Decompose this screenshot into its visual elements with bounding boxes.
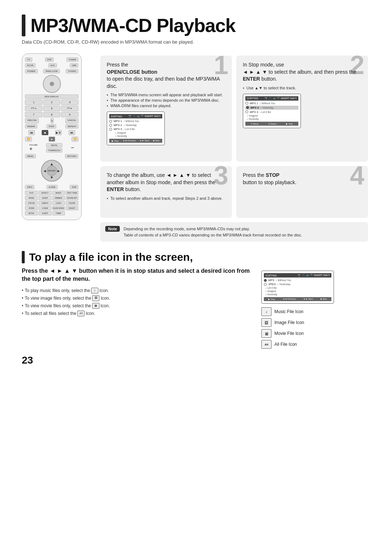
usb-button[interactable]: USB: [70, 63, 78, 68]
screen-row-s3-1: MP3 ♪ Without You: [264, 279, 331, 282]
screen-row-s2-1: MP3 1 ♪ Without You: [245, 102, 298, 105]
guide-button[interactable]: GUIDE: [46, 185, 58, 189]
music-button[interactable]: MUSIC: [52, 191, 65, 195]
test-tone-button[interactable]: TEST TONE: [66, 191, 78, 195]
step1-bullets: The MP3/WMA menu screen will appear and …: [107, 93, 225, 108]
mute-button[interactable]: MUTE: [46, 143, 62, 147]
notal-button[interactable]: NOTAL: [25, 211, 38, 215]
sub-button[interactable]: SUB: [70, 185, 78, 189]
tuner-button[interactable]: TUNER: [66, 57, 78, 62]
num-1[interactable]: 1: [25, 100, 42, 105]
screen-footer-1: ▶ Play ◄◄ Previous ►► Next ■ Stop: [109, 139, 162, 143]
open-close-button[interactable]: OPEN/ CLOSE: [43, 69, 60, 73]
dpad-right[interactable]: ►: [57, 169, 61, 173]
rds-display-button[interactable]: RDS DISPLAY: [25, 94, 78, 99]
step1-bullet-2: The appearance of the menu depends on th…: [107, 98, 225, 102]
repeat-button[interactable]: REPEAT: [65, 124, 78, 129]
note-bullet-1: Depending on the recording mode, some MP…: [123, 226, 302, 232]
num-7[interactable]: 7: [25, 112, 42, 117]
video2-button[interactable]: VIDEO2: [38, 201, 51, 205]
volume-up[interactable]: +: [29, 146, 38, 152]
image-file-icon: 🖼: [261, 318, 271, 327]
record-button[interactable]: ●: [49, 137, 55, 142]
video-sel-button[interactable]: VIDEO SEL: [25, 118, 39, 123]
slide-mode-button[interactable]: SLIDE MODE: [52, 206, 65, 210]
return-button[interactable]: RETURN: [65, 154, 78, 158]
dvd-button[interactable]: DVD: [45, 57, 54, 62]
dpad-up[interactable]: ▲: [50, 162, 54, 166]
legend-music: ♪ Music File Icon: [261, 307, 370, 316]
digest-button[interactable]: DIGEST: [66, 206, 78, 210]
sound-button[interactable]: SOUND: [66, 201, 78, 205]
dimmer-button[interactable]: DIMMER: [52, 196, 65, 200]
dpad[interactable]: ENTER ▲ ▼ ◄ ►: [41, 160, 63, 182]
sound-bit-button[interactable]: SOUND BIT: [66, 196, 78, 200]
page-title: MP3/WMA-CD Playback: [30, 15, 236, 36]
screen-row-s2-4: ♪ Imagine: [245, 114, 298, 117]
note-label: Note: [105, 226, 120, 232]
v-view-button[interactable]: V.VIEW: [38, 206, 51, 210]
sleep2-button[interactable]: SLEEP: [38, 211, 51, 215]
skip-fwd-button[interactable]: ⏩: [72, 137, 78, 142]
menu-button[interactable]: MENU: [25, 154, 36, 158]
aux-button[interactable]: AUX: [48, 63, 57, 68]
power-button[interactable]: POWER: [25, 69, 38, 73]
enter-button[interactable]: ENTER: [47, 166, 57, 176]
remar-button[interactable]: REMAR: [25, 124, 37, 129]
radio-s3-1: [264, 279, 267, 282]
step3-box: 3 To change the album, use ◄ ► ▲ ▼ to se…: [100, 166, 232, 218]
zoom-button[interactable]: ZOOM: [25, 206, 38, 210]
num-8[interactable]: 8: [43, 112, 61, 117]
num-9[interactable]: 9: [61, 112, 78, 117]
radio-2: [109, 124, 112, 127]
skip-back-button[interactable]: ⏪: [25, 137, 32, 142]
step-button[interactable]: STEP: [46, 124, 57, 129]
num-3[interactable]: 3: [61, 100, 78, 105]
step2-box: 2 In Stop mode, use ◄ ► ▲ ▼ to select th…: [236, 56, 368, 162]
music-file-icon-inline: ♪: [91, 288, 98, 293]
play-pause-button[interactable]: ▶⏸: [55, 130, 62, 135]
timer-button[interactable]: TIMER: [52, 211, 65, 215]
sleep-button[interactable]: SLEEP: [38, 196, 51, 200]
screen-footer-2: ✕ Move ☑ Select ▶ Play: [245, 122, 298, 126]
prev-button[interactable]: ⏮: [28, 130, 35, 135]
pty-left[interactable]: PTY◄: [25, 106, 42, 111]
step1-intro: Press the: [107, 62, 128, 68]
dpad-down[interactable]: ▼: [50, 175, 54, 179]
next-button[interactable]: ⏭: [69, 130, 75, 135]
step1-body: to open the disc tray, and then load the…: [107, 76, 220, 89]
cancel-button[interactable]: CANCEL: [65, 118, 78, 123]
mode-button[interactable]: MODE: [25, 196, 38, 200]
hi-fi-button[interactable]: HI-FI: [25, 191, 38, 195]
num-2[interactable]: 2: [43, 100, 61, 105]
scan-button[interactable]: P.SCAN: [25, 201, 38, 205]
info-button[interactable]: INFO: [25, 185, 34, 189]
num-5[interactable]: 5: [43, 106, 61, 111]
screen-row-s3-4: ♪ Imagine: [264, 290, 331, 292]
screen-row-s3-5: ♪ Honestly: [264, 293, 331, 296]
dpad-left[interactable]: ◄: [43, 169, 47, 173]
tuning-ch-button[interactable]: TUNING/CH: [46, 148, 62, 153]
main-content-grid: TV DVD TUNER RCVR AUX USB POWER OPEN/ CL…: [22, 53, 370, 244]
rcvr-button[interactable]: RCVR: [25, 63, 36, 68]
section2-content: Press the ◄ ► ▲ ▼ button when it is in s…: [22, 267, 370, 349]
step3-bullet-1: To select another album and track, repea…: [107, 196, 225, 200]
screen-mockup-3: SORTING 📷 🎵 📹 🎬 SMART NAVY MP3 ♪ Without…: [261, 271, 334, 304]
radio-s2-1: [245, 102, 248, 105]
stop-button[interactable]: ■: [42, 130, 48, 135]
page-subtitle: Data CDs (CD-ROM, CD-R, CD-RW) encoded i…: [22, 39, 370, 45]
step3-body2: button.: [125, 186, 141, 192]
pty-right[interactable]: PTY►: [61, 106, 78, 111]
effect-button[interactable]: EFFECT: [38, 191, 51, 195]
volume-down[interactable]: −: [71, 145, 74, 151]
logo-button[interactable]: LOGO: [52, 201, 65, 205]
tv-button[interactable]: TV: [25, 57, 32, 62]
section2-bullet-2: • To view image files only, select the 🖼…: [22, 295, 254, 301]
radio-s2-3: [245, 110, 248, 113]
disc-slot: [43, 75, 61, 93]
tv-video-button[interactable]: TV/VIDEO: [66, 69, 78, 73]
legend-all: All All File Icon: [261, 340, 370, 349]
section2-right: SORTING 📷 🎵 📹 🎬 SMART NAVY MP3 ♪ Without…: [261, 267, 370, 349]
num-0[interactable]: 0: [50, 118, 54, 123]
screen-row-5: ♪ Honestly: [109, 135, 162, 137]
